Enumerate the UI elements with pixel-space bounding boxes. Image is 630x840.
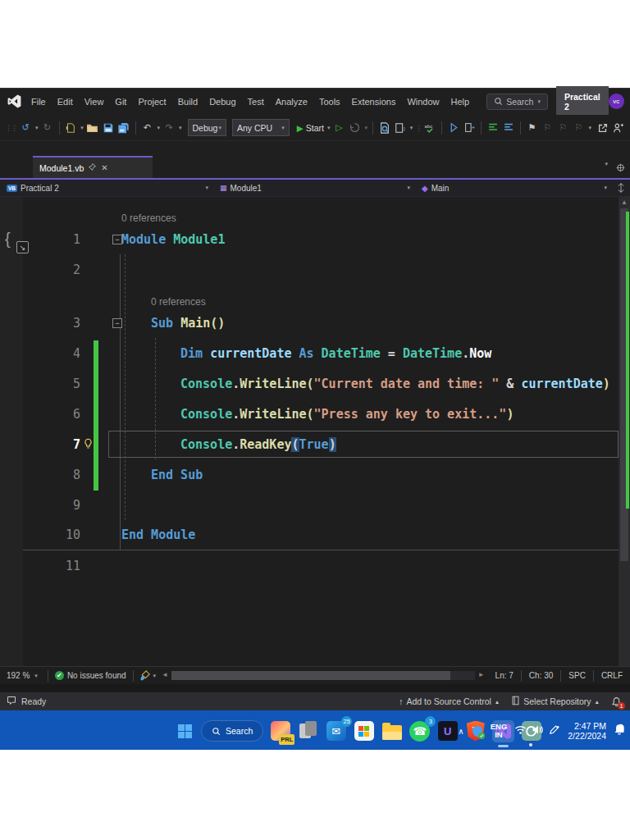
chevron-down-icon[interactable]: ▾ [410, 125, 413, 131]
code-line-9[interactable]: 9 [23, 490, 619, 520]
close-tab-icon[interactable]: ✕ [101, 163, 107, 172]
code-line-3[interactable]: 3−Sub Main() [23, 308, 619, 338]
hidden-icons-chevron[interactable]: ∧ [458, 727, 463, 736]
scroll-up-icon[interactable]: ▲ [619, 199, 630, 206]
scroll-left-icon[interactable]: ◄ [162, 671, 168, 678]
taskbar-icon-app-gray[interactable] [297, 720, 319, 742]
go-to-definition-icon[interactable] [447, 119, 460, 137]
menu-help[interactable]: Help [445, 94, 476, 110]
taskbar-icon-microsoft-store[interactable] [353, 720, 375, 742]
previous-bookmark-icon[interactable]: ⚐ [541, 119, 554, 137]
code-editor[interactable]: { ↘ 0 references1−Module Module120 refer… [0, 197, 630, 666]
navigate-back-icon[interactable]: ↺ [19, 119, 32, 137]
column-indicator[interactable]: Ch: 30 [522, 671, 560, 680]
window-layout-icon[interactable] [616, 161, 625, 176]
code-line-11[interactable]: 11 [23, 550, 619, 581]
search-input[interactable]: Search ▾ [486, 94, 548, 110]
solution-platforms-dropdown[interactable]: Any CPU▾ [232, 119, 290, 136]
hot-reload-icon[interactable] [349, 119, 362, 137]
chevron-down-icon[interactable]: ▾ [588, 125, 591, 131]
breadcrumb-project[interactable]: VB Practical 2 ▾ [0, 180, 213, 196]
code-cleanup-icon[interactable]: ▾ [137, 670, 159, 681]
document-outline-icon[interactable] [394, 119, 407, 137]
toolbar-grip[interactable]: ⋮⋮ [5, 124, 16, 132]
navigate-forward-icon[interactable]: ↻ [41, 119, 54, 137]
live-share-icon[interactable] [596, 119, 609, 137]
notifications-button[interactable]: 1 [611, 696, 622, 707]
notification-bell-icon[interactable] [614, 724, 625, 738]
taskbar-icon-file-explorer[interactable] [381, 720, 403, 742]
chevron-down-icon[interactable]: ▾ [179, 125, 182, 131]
menu-edit[interactable]: Edit [52, 94, 79, 110]
clock[interactable]: 2:47 PM 2/22/2024 [568, 721, 606, 741]
windows-security-icon[interactable]: ✔ [472, 725, 483, 737]
codelens-references[interactable]: 0 references [23, 285, 619, 308]
speaker-icon[interactable] [532, 724, 544, 738]
navigate-to-icon[interactable] [463, 119, 476, 137]
taskbar-icon-mail[interactable]: ✉25 [325, 720, 347, 742]
selection-margin-indicator[interactable]: { ↘ [5, 230, 11, 249]
chevron-down-icon[interactable]: ▾ [35, 125, 39, 131]
eol-indicator[interactable]: CRLF [594, 671, 630, 680]
collapse-region-icon[interactable]: − [112, 318, 122, 328]
zoom-selector[interactable]: 192 %▾ [0, 671, 44, 680]
menu-project[interactable]: Project [132, 94, 171, 110]
lightbulb-icon[interactable] [83, 437, 94, 452]
feedback-smiley-icon[interactable] [7, 696, 16, 707]
taskbar-icon-whatsapp[interactable]: ☎3 [409, 720, 431, 742]
pin-icon[interactable] [89, 163, 96, 172]
menu-test[interactable]: Test [242, 94, 270, 110]
solution-configurations-dropdown[interactable]: Debug▾ [188, 119, 226, 136]
menu-git[interactable]: Git [109, 94, 132, 110]
comment-lines-icon[interactable] [486, 119, 500, 137]
horizontal-scrollbar[interactable]: ◄ ► [162, 667, 484, 684]
next-bookmark-icon[interactable]: ⚐ [556, 119, 569, 137]
select-repository-button[interactable]: Select Repository ▲ [511, 696, 600, 707]
redo-icon[interactable]: ↷ [162, 119, 176, 137]
chevron-down-icon[interactable]: ▾ [157, 125, 160, 131]
code-line-4[interactable]: 4Dim currentDate As DateTime = DateTime.… [23, 338, 619, 368]
save-icon[interactable] [102, 119, 115, 137]
open-file-icon[interactable] [86, 119, 99, 137]
toggle-bookmark-icon[interactable]: ⚑ [525, 119, 538, 137]
save-all-icon[interactable] [117, 119, 130, 137]
split-window-icon[interactable] [612, 183, 630, 193]
chevron-down-icon[interactable]: ▾ [80, 125, 84, 131]
spaces-indicator[interactable]: SPC [561, 671, 593, 680]
find-in-files-icon[interactable] [378, 119, 391, 137]
new-project-icon[interactable] [64, 119, 77, 137]
code-line-6[interactable]: 6Console.WriteLine("Press any key to exi… [23, 399, 619, 429]
taskbar-icon-app-u[interactable]: U [436, 720, 459, 742]
pen-icon[interactable] [549, 724, 560, 738]
menu-tools[interactable]: Tools [313, 94, 346, 110]
spell-check-icon[interactable]: abc [423, 119, 436, 137]
vertical-scrollbar[interactable]: ▲ [619, 197, 630, 666]
line-indicator[interactable]: Ln: 7 [488, 671, 521, 680]
breadcrumb-type[interactable]: ▦ Module1 ▾ [213, 180, 415, 196]
codelens-references[interactable]: 0 references [23, 201, 619, 224]
menu-build[interactable]: Build [172, 94, 203, 110]
menu-file[interactable]: File [25, 94, 52, 110]
menu-view[interactable]: View [79, 94, 110, 110]
collapse-region-icon[interactable]: − [112, 235, 122, 244]
code-line-1[interactable]: 1−Module Module1 [23, 224, 619, 254]
start-without-debugging-icon[interactable]: ▷ [333, 119, 346, 137]
code-line-10[interactable]: 10End Module [23, 520, 619, 550]
health-indicator[interactable]: ✔ No issues found [52, 671, 130, 680]
start-debugging-button[interactable]: ▶ Start ▾ [297, 123, 331, 133]
code-line-7[interactable]: 7Console.ReadKey(True) [23, 429, 619, 459]
taskbar-icon-app-prl[interactable]: PRL [269, 720, 291, 742]
uncomment-lines-icon[interactable] [502, 119, 515, 137]
start-button[interactable] [174, 720, 195, 742]
menu-extensions[interactable]: Extensions [346, 94, 402, 110]
scrollbar-thumb[interactable] [171, 671, 450, 680]
add-to-source-control-button[interactable]: ↑ Add to Source Control ▲ [399, 696, 500, 706]
menu-analyze[interactable]: Analyze [270, 94, 313, 110]
menu-debug[interactable]: Debug [203, 94, 241, 110]
undo-icon[interactable]: ↶ [140, 119, 153, 137]
feedback-icon[interactable] [612, 119, 625, 137]
menu-window[interactable]: Window [401, 94, 445, 110]
language-indicator[interactable]: ENG IN [491, 723, 508, 739]
scroll-right-icon[interactable]: ► [478, 671, 485, 678]
tab-module1vb[interactable]: Module1.vb ✕ [33, 156, 153, 178]
